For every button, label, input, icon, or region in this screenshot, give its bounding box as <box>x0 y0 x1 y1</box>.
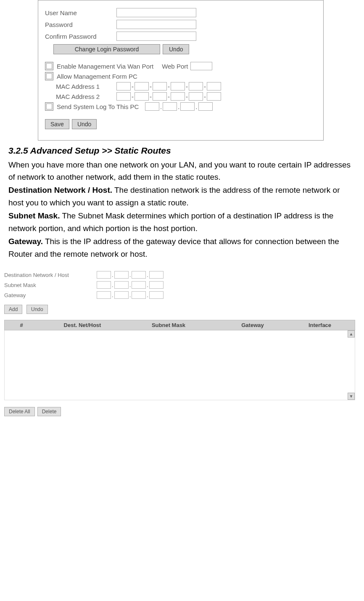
mask-ip1[interactable] <box>97 281 111 289</box>
user-name-label: User Name <box>45 9 116 16</box>
allow-mgmt-pc-label: Allow Management Form PC <box>57 73 137 80</box>
mac1-oct6[interactable] <box>207 82 221 90</box>
gateway-label: Gateway <box>4 292 97 298</box>
col-num: # <box>5 322 38 328</box>
gw-ip4[interactable] <box>149 291 164 299</box>
mask-ip2[interactable] <box>114 281 129 289</box>
section-heading: 3.2.5 Advanced Setup >> Static Routes <box>8 144 356 158</box>
syslog-checkbox[interactable] <box>45 102 53 111</box>
col-if: Interface <box>295 322 345 328</box>
gw-ip3[interactable] <box>132 291 146 299</box>
mac1-oct1[interactable] <box>116 82 131 90</box>
syslog-ip2[interactable] <box>163 102 177 111</box>
dest-bold: Destination Network / Host. <box>8 186 112 194</box>
dest-ip3[interactable] <box>132 271 146 279</box>
mac1-label: MAC Address 1 <box>56 83 116 90</box>
undo-button-top[interactable]: Undo <box>163 44 189 54</box>
syslog-ip1[interactable] <box>145 102 159 111</box>
subnet-mask-label: Subnet Mask <box>4 282 97 288</box>
mac2-oct4[interactable] <box>171 92 185 101</box>
syslog-ip4[interactable] <box>198 102 213 111</box>
change-login-password-button[interactable]: Change Login Password <box>53 44 160 54</box>
mac2-oct5[interactable] <box>189 92 203 101</box>
gw-ip1[interactable] <box>97 291 111 299</box>
mac2-oct6[interactable] <box>207 92 221 101</box>
mac2-label: MAC Address 2 <box>56 93 116 100</box>
dest-network-label: Destination Network / Host <box>4 272 97 278</box>
confirm-password-input[interactable] <box>116 32 196 41</box>
scroll-up-icon[interactable]: ▲ <box>348 330 355 338</box>
enable-mgmt-wan-checkbox[interactable] <box>45 62 53 70</box>
web-port-label: Web Port <box>162 63 188 70</box>
documentation-text: 3.2.5 Advanced Setup >> Static Routes Wh… <box>8 144 356 260</box>
scroll-down-icon[interactable]: ▼ <box>348 393 355 400</box>
dest-ip2[interactable] <box>114 271 129 279</box>
mac1-oct4[interactable] <box>171 82 185 90</box>
syslog-ip3[interactable] <box>180 102 195 111</box>
intro-text: When you have more than one network on y… <box>8 159 356 183</box>
gw-text: This is the IP address of the gateway de… <box>8 237 339 258</box>
mac2-oct1[interactable] <box>116 92 131 101</box>
add-button[interactable]: Add <box>4 305 22 314</box>
mask-ip3[interactable] <box>132 281 146 289</box>
gw-ip2[interactable] <box>114 291 129 299</box>
mac2-oct2[interactable] <box>135 92 149 101</box>
enable-mgmt-wan-label: Enable Management Via Wan Port <box>57 63 153 70</box>
gw-bold: Gateway. <box>8 237 43 246</box>
routes-table-body: ▲ ▼ <box>4 330 355 400</box>
mac1-oct5[interactable] <box>189 82 203 90</box>
password-management-panel: User Name Password Confirm Password Chan… <box>38 0 324 141</box>
routes-table-header: # Dest. Net/Host Subnet Mask Gateway Int… <box>4 320 355 330</box>
undo-button-bottom[interactable]: Undo <box>72 119 97 129</box>
col-dest: Dest. Net/Host <box>38 322 127 328</box>
col-mask: Subnet Mask <box>127 322 211 328</box>
allow-mgmt-pc-checkbox[interactable] <box>45 72 53 80</box>
syslog-label: Send System Log To This PC <box>57 103 145 110</box>
static-routes-panel: Destination Network / Host . . . Subnet … <box>4 271 355 416</box>
user-name-input[interactable] <box>116 8 196 17</box>
mask-bold: Subnet Mask. <box>8 211 60 220</box>
delete-all-button[interactable]: Delete All <box>4 407 35 416</box>
dest-ip1[interactable] <box>97 271 111 279</box>
mac2-oct3[interactable] <box>153 92 167 101</box>
delete-button[interactable]: Delete <box>37 407 61 416</box>
col-gw: Gateway <box>211 322 295 328</box>
save-button[interactable]: Save <box>45 119 69 129</box>
mac1-oct2[interactable] <box>135 82 149 90</box>
mask-ip4[interactable] <box>149 281 164 289</box>
confirm-password-label: Confirm Password <box>45 33 116 40</box>
undo-button-routes[interactable]: Undo <box>26 305 48 314</box>
password-label: Password <box>45 21 116 28</box>
password-input[interactable] <box>116 20 196 29</box>
dest-ip4[interactable] <box>149 271 164 279</box>
mac1-oct3[interactable] <box>153 82 167 90</box>
web-port-input[interactable] <box>190 62 212 70</box>
